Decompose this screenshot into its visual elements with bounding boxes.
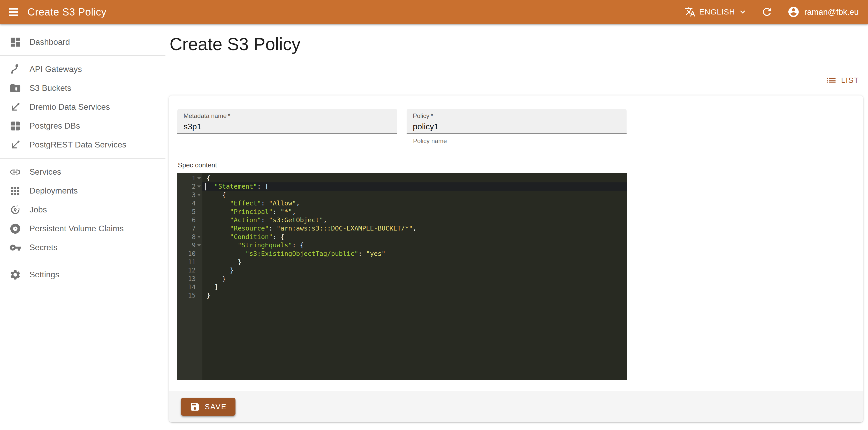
- list-button[interactable]: LIST: [822, 73, 863, 88]
- data-services-icon: [9, 101, 21, 113]
- sidebar-item-s3-buckets[interactable]: S3 Buckets: [0, 79, 165, 97]
- sidebar-item-label: Dremio Data Services: [29, 102, 110, 112]
- sidebar-item-label: Deployments: [29, 186, 78, 196]
- settings-icon: [9, 269, 21, 281]
- sidebar: DashboardAPI GatewaysS3 BucketsDremio Da…: [0, 24, 165, 430]
- sidebar-item-api-gateways[interactable]: API Gateways: [0, 60, 165, 79]
- sidebar-item-label: Services: [29, 167, 61, 177]
- editor-code-line-12[interactable]: }: [207, 266, 627, 275]
- editor-code-line-8[interactable]: "Condition": {: [207, 233, 627, 241]
- sidebar-item-jobs[interactable]: Jobs: [0, 200, 165, 219]
- create-form-card: Metadata name* s3p1 Policy* policy1 Po: [169, 95, 863, 422]
- editor-gutter-line: 15: [177, 291, 203, 299]
- deployments-icon: [9, 185, 21, 197]
- sidebar-item-label: Secrets: [29, 243, 57, 252]
- sidebar-item-dremio-data-services[interactable]: Dremio Data Services: [0, 97, 165, 116]
- editor-code-line-3[interactable]: {: [207, 191, 627, 199]
- jobs-icon: [9, 204, 21, 216]
- services-icon: [9, 166, 21, 178]
- list-button-label: LIST: [841, 76, 859, 85]
- editor-gutter: 123456789101112131415: [177, 173, 203, 380]
- data-services-icon: [9, 139, 21, 151]
- refresh-icon: [761, 6, 773, 18]
- save-icon: [190, 402, 200, 412]
- main-content: Create S3 Policy LIST Metadata name* s3p…: [165, 24, 868, 430]
- editor-gutter-line[interactable]: 9: [177, 241, 203, 250]
- policy-field[interactable]: Policy* policy1: [407, 109, 627, 134]
- sidebar-item-label: Persistent Volume Claims: [29, 224, 124, 233]
- fold-arrow-icon[interactable]: [197, 177, 201, 179]
- secrets-icon: [9, 242, 21, 254]
- language-selector[interactable]: ENGLISH: [685, 6, 748, 17]
- metadata-name-value: s3p1: [184, 122, 391, 132]
- editor-gutter-line[interactable]: 2: [177, 182, 203, 191]
- editor-gutter-line[interactable]: 8: [177, 233, 203, 241]
- policy-helper-text: Policy name: [413, 137, 627, 145]
- sidebar-item-deployments[interactable]: Deployments: [0, 181, 165, 200]
- editor-gutter-line: 5: [177, 208, 203, 216]
- sidebar-item-label: Postgres DBs: [29, 121, 80, 131]
- sidebar-item-label: API Gateways: [29, 64, 82, 74]
- sidebar-item-postgres-dbs[interactable]: Postgres DBs: [0, 116, 165, 135]
- editor-code-line-4[interactable]: "Effect": "Allow",: [207, 199, 627, 207]
- policy-value: policy1: [413, 122, 620, 132]
- editor-gutter-line: 10: [177, 250, 203, 258]
- editor-code-line-1[interactable]: {: [207, 174, 627, 182]
- user-email: raman@fbk.eu: [804, 7, 859, 17]
- spec-content-editor[interactable]: 123456789101112131415 { "Statement": [ {…: [177, 173, 627, 380]
- postgres-dbs-icon: [9, 120, 21, 132]
- editor-gutter-line[interactable]: 3: [177, 191, 203, 199]
- editor-gutter-line: 6: [177, 216, 203, 224]
- editor-code-line-7[interactable]: "Resource": "arn:aws:s3:::DOC-EXAMPLE-BU…: [207, 224, 627, 233]
- fold-arrow-icon[interactable]: [197, 244, 201, 247]
- menu-icon[interactable]: [6, 4, 21, 20]
- save-button-label: SAVE: [205, 403, 227, 411]
- metadata-name-field[interactable]: Metadata name* s3p1: [177, 109, 397, 134]
- sidebar-item-settings[interactable]: Settings: [0, 265, 165, 284]
- editor-gutter-line: 7: [177, 224, 203, 233]
- editor-gutter-line: 12: [177, 266, 203, 275]
- editor-gutter-line: 11: [177, 258, 203, 266]
- fold-arrow-icon[interactable]: [197, 236, 201, 238]
- sidebar-item-services[interactable]: Services: [0, 163, 165, 181]
- sidebar-divider: [0, 261, 165, 261]
- refresh-button[interactable]: [761, 6, 773, 18]
- dashboard-icon: [9, 36, 21, 48]
- sidebar-item-label: Dashboard: [29, 37, 70, 47]
- user-menu[interactable]: raman@fbk.eu: [787, 6, 859, 18]
- editor-gutter-line: 14: [177, 283, 203, 291]
- save-button[interactable]: SAVE: [181, 398, 236, 416]
- account-circle-icon: [787, 6, 800, 18]
- fold-arrow-icon[interactable]: [197, 194, 201, 196]
- chevron-down-icon: [738, 7, 748, 17]
- list-icon: [826, 75, 837, 86]
- sidebar-item-label: S3 Buckets: [29, 83, 71, 93]
- editor-code-line-15[interactable]: }: [207, 291, 627, 299]
- sidebar-item-label: Settings: [29, 270, 59, 280]
- editor-code-line-9[interactable]: "StringEquals": {: [207, 241, 627, 250]
- editor-code-line-13[interactable]: }: [207, 275, 627, 283]
- page-title: Create S3 Policy: [169, 34, 863, 54]
- sidebar-item-secrets[interactable]: Secrets: [0, 238, 165, 257]
- editor-code-line-2[interactable]: "Statement": [: [203, 182, 627, 191]
- sidebar-item-persistent-volume-claims[interactable]: Persistent Volume Claims: [0, 219, 165, 238]
- api-gateways-icon: [9, 63, 21, 75]
- sidebar-item-dashboard[interactable]: Dashboard: [0, 33, 165, 52]
- editor-code[interactable]: { "Statement": [ { "Effect": "Allow", "P…: [203, 173, 627, 380]
- editor-code-line-5[interactable]: "Principal": "*",: [207, 208, 627, 216]
- editor-gutter-line: 13: [177, 275, 203, 283]
- s3-buckets-icon: [9, 82, 21, 94]
- fold-arrow-icon[interactable]: [197, 185, 201, 188]
- editor-code-line-10[interactable]: "s3:ExistingObjectTag/public": "yes": [207, 250, 627, 258]
- editor-gutter-line: 4: [177, 199, 203, 207]
- editor-code-line-11[interactable]: }: [207, 258, 627, 266]
- metadata-name-label: Metadata name*: [184, 112, 391, 119]
- form-toolbar: SAVE: [169, 391, 863, 422]
- app-bar-title: Create S3 Policy: [27, 6, 106, 18]
- editor-code-line-14[interactable]: ]: [207, 283, 627, 291]
- sidebar-item-label: PostgREST Data Services: [29, 140, 126, 149]
- editor-gutter-line[interactable]: 1: [177, 174, 203, 182]
- app-bar: Create S3 Policy ENGLISH raman@fbk.eu: [0, 0, 868, 24]
- sidebar-item-postgrest-data-services[interactable]: PostgREST Data Services: [0, 135, 165, 154]
- editor-code-line-6[interactable]: "Action": "s3:GetObject",: [207, 216, 627, 224]
